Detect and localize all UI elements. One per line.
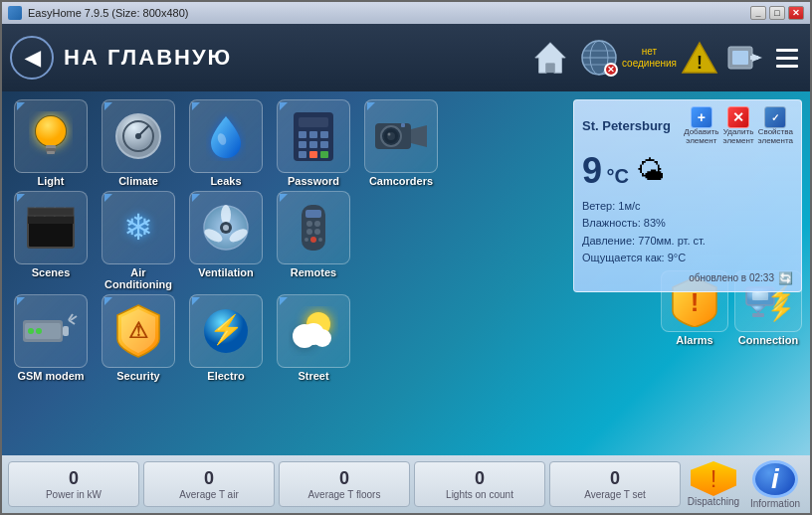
- street-icon-box: [277, 294, 350, 368]
- minimize-button[interactable]: _: [750, 6, 766, 20]
- corner-expand-arrow-6: [17, 194, 25, 202]
- globe-icon: ✕: [580, 39, 618, 77]
- scenes-icon-item[interactable]: Scenes: [10, 191, 92, 278]
- street-icon-item[interactable]: Street: [273, 294, 354, 382]
- camera-svg: [373, 115, 429, 157]
- water-drop-svg: [206, 111, 246, 161]
- dispatching-label: Dispatching: [688, 496, 739, 507]
- corner-expand-arrow-10: [17, 297, 25, 305]
- svg-marker-39: [411, 125, 427, 147]
- nav-title: НА ГЛАВНУЮ: [64, 45, 518, 71]
- climate-label: Climate: [118, 175, 158, 187]
- security-icon-item[interactable]: ⚠ Security: [98, 294, 179, 382]
- keypad-svg: [289, 109, 338, 164]
- weather-delete-button[interactable]: ✕ Удалить элемент: [723, 106, 754, 146]
- corner-expand-arrow-3: [192, 102, 200, 110]
- svg-rect-29: [309, 141, 317, 148]
- snowflake-icon: ❄: [123, 207, 153, 249]
- avg-air-status-item[interactable]: 0 Average T air: [143, 461, 275, 507]
- electro-icon-box: ⚡: [189, 294, 263, 368]
- climate-icon-item[interactable]: Climate: [98, 99, 179, 187]
- electro-svg: ⚡: [201, 306, 251, 356]
- fan-svg: [201, 203, 251, 253]
- remote-svg: [299, 202, 328, 254]
- corner-expand-arrow-5: [367, 102, 375, 110]
- security-label: Security: [116, 370, 159, 382]
- svg-rect-42: [28, 216, 74, 224]
- avg-set-value: 0: [610, 468, 620, 489]
- close-button[interactable]: ✕: [788, 6, 804, 20]
- maximize-button[interactable]: □: [769, 6, 785, 20]
- air-conditioning-icon-box: ❄: [102, 191, 175, 264]
- svg-point-38: [388, 133, 391, 136]
- svg-point-69: [28, 328, 34, 334]
- exit-icon[interactable]: [726, 39, 764, 77]
- weather-add-label: Добавить элемент: [684, 128, 718, 146]
- remotes-label: Remotes: [291, 266, 336, 278]
- remotes-icon-item[interactable]: Remotes: [273, 191, 354, 278]
- weather-temp-row: 9 °C 🌤: [582, 150, 793, 192]
- electro-icon-item[interactable]: ⚡ Electro: [185, 294, 267, 382]
- film-slate-svg: [26, 206, 76, 250]
- svg-rect-27: [320, 131, 328, 138]
- status-bar: 0 Power in kW 0 Average T air 0 Average …: [2, 455, 810, 513]
- delete-element-icon: ✕: [727, 106, 749, 128]
- electro-label: Electro: [207, 370, 244, 382]
- weather-properties-button[interactable]: ✓ Свойства элемента: [758, 106, 793, 146]
- light-icon-item[interactable]: Light: [10, 99, 92, 187]
- weather-add-button[interactable]: + Добавить элемент: [684, 106, 718, 146]
- corner-expand-arrow-8: [192, 194, 200, 202]
- house-icon: [531, 39, 569, 77]
- svg-point-56: [306, 221, 312, 227]
- back-button[interactable]: ◀: [10, 36, 54, 80]
- corner-expand-arrow-11: [104, 297, 112, 305]
- lights-on-value: 0: [475, 468, 485, 489]
- dispatching-status-item[interactable]: ! Dispatching: [685, 461, 742, 507]
- leaks-icon-item[interactable]: Leaks: [185, 99, 267, 187]
- security-shield-svg: ⚠: [113, 303, 163, 359]
- gsm-modem-icon-item[interactable]: GSM modem: [10, 294, 92, 382]
- svg-text:⚡: ⚡: [767, 296, 795, 323]
- svg-rect-30: [320, 141, 328, 148]
- svg-rect-28: [299, 141, 306, 148]
- climate-icon-box: [102, 99, 175, 173]
- title-bar: EasyHome 7.9.5 (Size: 800x480) _ □ ✕: [2, 2, 810, 24]
- avg-set-label: Average T set: [584, 489, 646, 500]
- weather-updated-text: обновлено в 02:33: [689, 272, 774, 283]
- svg-rect-12: [750, 56, 758, 60]
- connection-status-group: ✕ нет соединения !: [580, 39, 718, 77]
- camcorders-icon-item[interactable]: Camcorders: [360, 99, 442, 187]
- ventilation-icon-item[interactable]: Ventilation: [185, 191, 267, 278]
- weather-action-buttons: + Добавить элемент ✕ Удалить элемент: [684, 106, 793, 146]
- avg-floors-status-item[interactable]: 0 Average T floors: [279, 461, 410, 507]
- corner-expand-arrow-4: [280, 102, 288, 110]
- menu-icon[interactable]: [772, 43, 802, 73]
- svg-point-57: [314, 221, 320, 227]
- avg-set-status-item[interactable]: 0 Average T set: [549, 461, 681, 507]
- weather-temperature: 9: [582, 150, 602, 191]
- svg-rect-1: [545, 64, 555, 73]
- weather-humidity: Влажность: 83%: [582, 215, 793, 233]
- svg-point-62: [318, 238, 322, 242]
- password-icon-item[interactable]: Password: [273, 99, 354, 187]
- svg-rect-40: [401, 123, 405, 127]
- main-content: Light: [2, 91, 810, 455]
- svg-point-59: [314, 229, 320, 235]
- gsm-modem-icon-box: [14, 294, 88, 368]
- power-status-item[interactable]: 0 Power in kW: [8, 461, 139, 507]
- svg-rect-82: [752, 313, 764, 317]
- svg-rect-31: [299, 151, 306, 158]
- ventilation-label: Ventilation: [198, 266, 254, 278]
- light-bulb-svg: [29, 111, 73, 161]
- avg-air-label: Average T air: [179, 489, 238, 500]
- corner-expand-arrow-12: [192, 297, 200, 305]
- corner-expand-arrow-9: [280, 194, 288, 202]
- svg-point-53: [223, 225, 229, 231]
- information-status-item[interactable]: i Information: [746, 461, 804, 507]
- svg-point-58: [306, 229, 312, 235]
- air-conditioning-icon-item[interactable]: ❄ Air Conditioning: [98, 191, 179, 290]
- lights-on-status-item[interactable]: 0 Lights on count: [414, 461, 545, 507]
- home-nav-icon[interactable]: [528, 36, 572, 80]
- scenes-label: Scenes: [32, 266, 71, 278]
- no-connection-badge: ✕: [604, 63, 618, 77]
